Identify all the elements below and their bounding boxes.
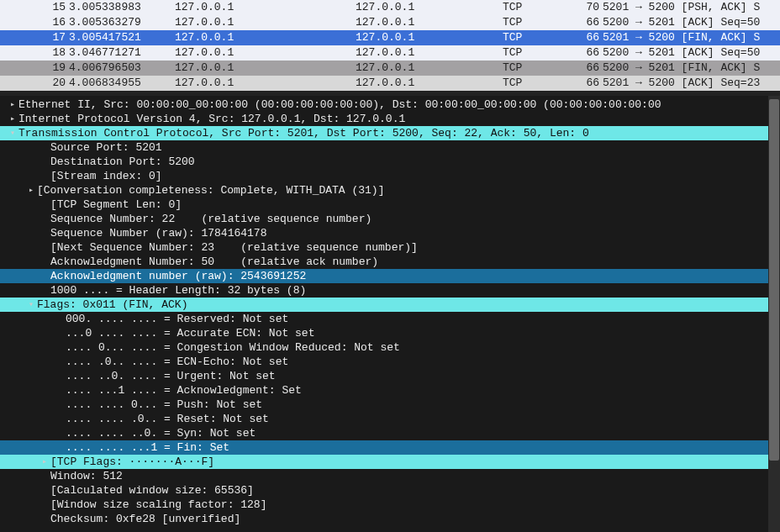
packet-no: 16 (20, 15, 66, 30)
detail-line[interactable]: .... .... ..0. = Syn: Not set (0, 426, 780, 440)
packet-no: 15 (20, 0, 66, 15)
packet-time: 3.046771271 (66, 45, 175, 61)
detail-line[interactable]: ▸Internet Protocol Version 4, Src: 127.0… (0, 112, 780, 126)
packet-no: 19 (20, 61, 66, 76)
detail-line[interactable]: .... ...1 .... = Acknowledgment: Set (0, 383, 780, 398)
collapse-arrow-icon[interactable]: ▾ (25, 298, 37, 312)
detail-line[interactable]: ▾Flags: 0x011 (FIN, ACK) (0, 298, 780, 312)
packet-info: 5200 → 5201 [ACK] Seq=50 (599, 45, 780, 61)
detail-line[interactable]: .... .0.. .... = ECN-Echo: Not set (0, 355, 780, 369)
detail-text: .... .... .0.. = Reset: Not set (66, 412, 780, 426)
packet-length: 66 (570, 61, 599, 76)
detail-line[interactable]: [Next Sequence Number: 23 (relative sequ… (0, 240, 780, 255)
detail-text: [Next Sequence Number: 23 (relative sequ… (50, 240, 780, 255)
expand-arrow-icon[interactable]: ▸ (7, 97, 18, 112)
packet-list[interactable]: 153.005338983127.0.0.1127.0.0.1TCP705201… (0, 0, 780, 91)
detail-line[interactable]: ▸[TCP Flags: ·······A···F] (0, 455, 780, 469)
detail-text: Flags: 0x011 (FIN, ACK) (37, 298, 780, 312)
packet-source: 127.0.0.1 (175, 30, 356, 45)
detail-line[interactable]: Window: 512 (0, 469, 780, 483)
detail-line[interactable]: .... ..0. .... = Urgent: Not set (0, 369, 780, 383)
packet-row[interactable]: 204.006834955127.0.0.1127.0.0.1TCP665201… (0, 76, 780, 91)
packet-row[interactable]: 163.005363279127.0.0.1127.0.0.1TCP665200… (0, 15, 780, 30)
detail-line[interactable]: Acknowledgment Number: 50 (relative ack … (0, 255, 780, 269)
detail-text: Source Port: 5201 (50, 140, 780, 155)
packet-dest: 127.0.0.1 (356, 30, 503, 45)
expand-arrow-icon[interactable]: ▸ (7, 112, 18, 126)
packet-source: 127.0.0.1 (175, 15, 356, 30)
packet-length: 66 (570, 45, 599, 61)
detail-line[interactable]: [Stream index: 0] (0, 169, 780, 183)
detail-line[interactable]: ▸[Conversation completeness: Complete, W… (0, 183, 780, 198)
packet-protocol: TCP (503, 30, 570, 45)
packet-dest: 127.0.0.1 (356, 76, 503, 91)
detail-text: [Stream index: 0] (50, 169, 780, 183)
detail-line[interactable]: Destination Port: 5200 (0, 155, 780, 169)
packet-info: 5201 → 5200 [ACK] Seq=23 (599, 76, 780, 91)
packet-length: 66 (570, 76, 599, 91)
detail-line[interactable]: .... .... .0.. = Reset: Not set (0, 412, 780, 426)
detail-line[interactable]: ...0 .... .... = Accurate ECN: Not set (0, 326, 780, 340)
expand-arrow-icon[interactable]: ▸ (39, 455, 50, 469)
detail-text: Window: 512 (50, 469, 780, 483)
detail-line[interactable]: ▾Transmission Control Protocol, Src Port… (0, 126, 780, 140)
detail-line[interactable]: Sequence Number: 22 (relative sequence n… (0, 212, 780, 226)
packet-no: 18 (20, 45, 66, 61)
detail-line[interactable]: Acknowledgment number (raw): 2543691252 (0, 269, 780, 283)
detail-line[interactable]: 000. .... .... = Reserved: Not set (0, 312, 780, 326)
packet-protocol: TCP (503, 0, 570, 15)
detail-text: ...0 .... .... = Accurate ECN: Not set (66, 326, 780, 340)
detail-line[interactable]: [Window size scaling factor: 128] (0, 498, 780, 512)
detail-line[interactable]: Sequence Number (raw): 1784164178 (0, 226, 780, 240)
detail-text: Ethernet II, Src: 00:00:00_00:00:00 (00:… (18, 97, 780, 112)
collapse-arrow-icon[interactable]: ▾ (7, 126, 18, 140)
detail-line[interactable]: Checksum: 0xfe28 [unverified] (0, 512, 780, 526)
expand-arrow-icon[interactable]: ▸ (25, 183, 37, 198)
packet-protocol: TCP (503, 15, 570, 30)
detail-line[interactable]: Source Port: 5201 (0, 140, 780, 155)
detail-text: 1000 .... = Header Length: 32 bytes (8) (50, 283, 780, 298)
detail-line[interactable]: .... .... ...1 = Fin: Set (0, 440, 780, 455)
packet-time: 3.005363279 (66, 15, 175, 30)
packet-no: 17 (20, 30, 66, 45)
detail-text: [TCP Segment Len: 0] (50, 198, 780, 212)
detail-line[interactable]: .... 0... .... = Congestion Window Reduc… (0, 340, 780, 355)
detail-text: [Conversation completeness: Complete, WI… (37, 183, 780, 198)
packet-time: 4.006796503 (66, 61, 175, 76)
detail-text: .... ...1 .... = Acknowledgment: Set (66, 383, 780, 398)
packet-row[interactable]: 173.005417521127.0.0.1127.0.0.1TCP665201… (0, 30, 780, 45)
packet-row[interactable]: 183.046771271127.0.0.1127.0.0.1TCP665200… (0, 45, 780, 61)
packet-time: 3.005338983 (66, 0, 175, 15)
packet-dest: 127.0.0.1 (356, 61, 503, 76)
detail-text: [TCP Flags: ·······A···F] (50, 455, 780, 469)
detail-text: .... .... ...1 = Fin: Set (66, 440, 780, 455)
detail-line[interactable]: [TCP Segment Len: 0] (0, 198, 780, 212)
detail-line[interactable]: ▸Ethernet II, Src: 00:00:00_00:00:00 (00… (0, 97, 780, 112)
packet-info: 5201 → 5200 [FIN, ACK] S (599, 30, 780, 45)
detail-text: Sequence Number (raw): 1784164178 (50, 226, 780, 240)
detail-text: Checksum: 0xfe28 [unverified] (50, 512, 780, 526)
detail-text: Destination Port: 5200 (50, 155, 780, 169)
scroll-thumb[interactable] (769, 99, 779, 461)
packet-time: 4.006834955 (66, 76, 175, 91)
packet-protocol: TCP (503, 45, 570, 61)
detail-line[interactable]: 1000 .... = Header Length: 32 bytes (8) (0, 283, 780, 298)
detail-line[interactable]: .... .... 0... = Push: Not set (0, 398, 780, 412)
packet-row[interactable]: 194.006796503127.0.0.1127.0.0.1TCP665200… (0, 61, 780, 76)
details-scrollbar[interactable] (768, 96, 780, 532)
detail-text: 000. .... .... = Reserved: Not set (66, 312, 780, 326)
packet-info: 5200 → 5201 [FIN, ACK] S (599, 61, 780, 76)
detail-text: [Window size scaling factor: 128] (50, 498, 780, 512)
detail-line[interactable]: [Calculated window size: 65536] (0, 483, 780, 498)
detail-text: .... .0.. .... = ECN-Echo: Not set (66, 355, 780, 369)
packet-source: 127.0.0.1 (175, 61, 356, 76)
packet-info: 5201 → 5200 [PSH, ACK] S (599, 0, 780, 15)
detail-text: .... ..0. .... = Urgent: Not set (66, 369, 780, 383)
packet-length: 66 (570, 30, 599, 45)
packet-row[interactable]: 153.005338983127.0.0.1127.0.0.1TCP705201… (0, 0, 780, 15)
detail-text: .... .... 0... = Push: Not set (66, 398, 780, 412)
detail-text: Acknowledgment number (raw): 2543691252 (50, 269, 780, 283)
packet-details-pane[interactable]: ▸Ethernet II, Src: 00:00:00_00:00:00 (00… (0, 96, 780, 532)
packet-dest: 127.0.0.1 (356, 45, 503, 61)
packet-source: 127.0.0.1 (175, 45, 356, 61)
